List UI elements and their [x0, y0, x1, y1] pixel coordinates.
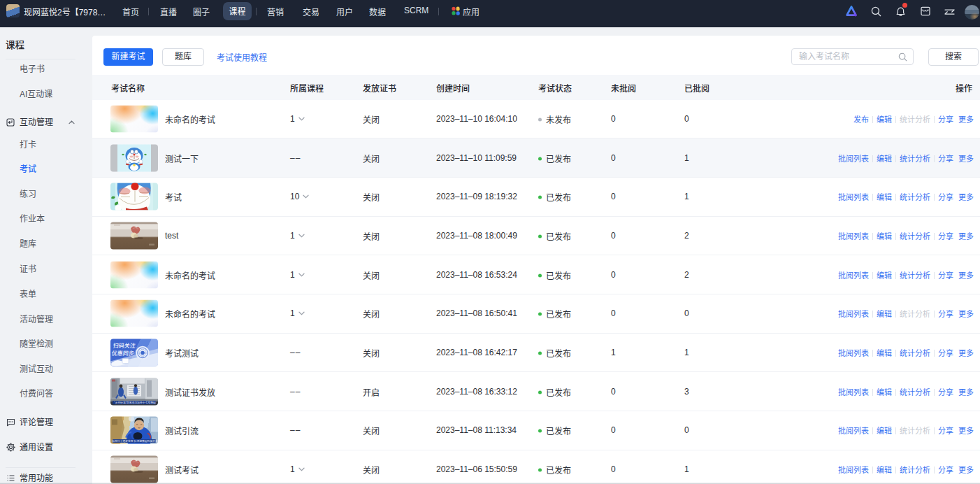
svg-text:扫码关注: 扫码关注 [113, 343, 136, 350]
svg-text:神舟行丨逐梦苍穹 桂海潮乘组凯旋归来: 神舟行丨逐梦苍穹 桂海潮乘组凯旋归来 [112, 440, 158, 443]
svg-text:优惠同步: 优惠同步 [111, 350, 134, 357]
svg-text:"太空快递"即将送达神舟十七号乘组: "太空快递"即将送达神舟十七号乘组 [114, 401, 156, 404]
